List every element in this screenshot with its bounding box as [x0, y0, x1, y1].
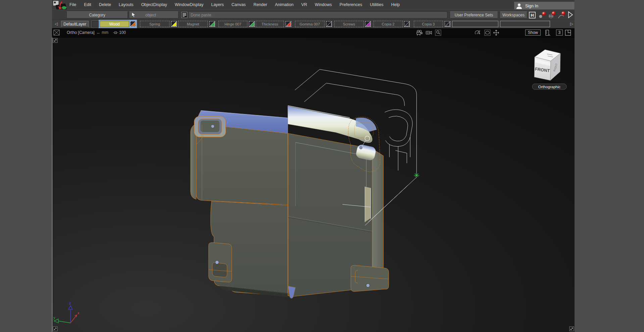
projection-label[interactable]: Orthographic — [532, 84, 566, 90]
layer-swatch-defaultlayer[interactable] — [92, 21, 99, 27]
view-cube[interactable]: FRONT RIGHT — [534, 50, 560, 85]
viewport-3d[interactable]: FRONT RIGHT Orthographic z x y — [52, 37, 575, 332]
layer-tab-gomma-007[interactable]: Gomma 007 — [295, 21, 325, 27]
object-placeholder: object — [145, 13, 156, 17]
svg-text:Orthographic: Orthographic — [538, 85, 561, 89]
layers-scroll-right-icon[interactable]: ▷ — [570, 21, 573, 26]
sign-in-button[interactable]: Sign In — [514, 2, 575, 10]
layer-tab-screws[interactable]: Screws — [334, 21, 364, 27]
orbit-edit-icon[interactable] — [474, 30, 481, 37]
model-shaded — [191, 106, 389, 298]
layer-tab-defaultlayer[interactable]: DefaultLayer — [61, 21, 89, 27]
layer-tab-copia-2[interactable]: Copia 2 — [374, 21, 403, 27]
show-button[interactable]: Show — [525, 30, 541, 36]
layer-tab-copia-3[interactable]: Copia 3 — [414, 21, 443, 27]
status-message-field: Done paste. — [188, 11, 447, 18]
viewport-header: Ortho [Camera] ↔ mm 100 — [52, 28, 575, 37]
toolbar-expand-arrow[interactable] — [567, 11, 574, 20]
layer-swatch-copia-3[interactable] — [445, 21, 450, 27]
empty-layer-slot-2[interactable] — [500, 21, 550, 27]
video-camera-icon[interactable] — [426, 30, 432, 37]
object-search-field[interactable]: object — [129, 11, 179, 18]
ruler-icon[interactable] — [545, 30, 551, 37]
category-button[interactable]: Category — [66, 11, 128, 18]
layer-swatch-copia-2[interactable] — [404, 21, 410, 27]
axis-z-label: z — [69, 301, 71, 305]
wireframe-corner-face — [365, 186, 370, 222]
menu-item-preferences[interactable]: Preferences — [340, 2, 362, 7]
menu-item-animation[interactable]: Animation — [275, 2, 294, 7]
layer-tab-magnet[interactable]: Magnet — [178, 21, 208, 27]
grid-size-value[interactable]: 100 — [119, 30, 126, 35]
user-icon — [516, 3, 523, 9]
user-preference-sets-button[interactable]: User Preference Sets — [450, 11, 498, 18]
axis-gizmo: z x y — [53, 301, 80, 323]
workspaces-button[interactable]: Workspaces — [500, 11, 527, 18]
menu-item-edit[interactable]: Edit — [84, 2, 91, 7]
paste-list-icon[interactable] — [181, 12, 188, 19]
menu-item-vr[interactable]: VR — [301, 2, 307, 7]
viewport-resize-handle-br[interactable] — [569, 327, 574, 331]
grid-size-icon — [113, 30, 118, 37]
pan-icon[interactable] — [493, 30, 499, 37]
axis-x-label: x — [78, 311, 80, 315]
layer-tab-wood[interactable]: Wood — [100, 21, 129, 27]
sign-in-label: Sign In — [525, 4, 538, 8]
menu-item-file[interactable]: File — [69, 2, 76, 7]
ellipse-select-icon[interactable] — [484, 30, 491, 37]
menu-item-objectdisplay[interactable]: ObjectDisplay — [141, 2, 167, 7]
layer-swatch-spring[interactable] — [171, 21, 177, 27]
layer-tab-thickness[interactable]: Thickness — [256, 21, 284, 27]
axis-y-label: y — [53, 316, 55, 320]
layer-swatch-thickness[interactable] — [286, 21, 291, 27]
viewport-resize-handle-bl[interactable] — [53, 327, 57, 331]
menu-item-render[interactable]: Render — [253, 2, 267, 7]
h-mode-button[interactable]: H — [529, 12, 536, 18]
render-camera-icon[interactable] — [416, 30, 423, 37]
viewport-units[interactable]: mm — [102, 30, 108, 35]
menu-item-help[interactable]: Help — [391, 2, 400, 7]
layer-tab-spring[interactable]: Spring — [140, 21, 169, 27]
menu-item-windows[interactable]: Windows — [315, 2, 332, 7]
menu-item-utilities[interactable]: Utilities — [370, 2, 383, 7]
layer-swatch-magnet[interactable] — [209, 21, 215, 27]
layers-scroll-left-icon[interactable]: ◁ — [55, 21, 58, 26]
menu-bar: File Edit Delete Layouts ObjectDisplay W… — [52, 0, 575, 9]
toolbar-row: Category object Done paste. User Prefere… — [52, 9, 575, 19]
menu-item-layouts[interactable]: Layouts — [119, 2, 134, 7]
layer-swatch-screws[interactable] — [365, 21, 371, 27]
layer-swatch-hinge-007[interactable] — [249, 21, 255, 27]
pick-cursor-icon — [131, 12, 137, 18]
layer-swatch-wood[interactable] — [130, 21, 136, 27]
layer-tab-wood-selected[interactable]: Wood — [99, 20, 137, 28]
viewport-title[interactable]: Ortho [Camera] — [67, 30, 95, 35]
snap-marker-green — [414, 173, 419, 178]
layer-tab-hinge-007[interactable]: Hinge 007 — [218, 21, 247, 27]
menu-item-canvas[interactable]: Canvas — [232, 2, 246, 7]
viewport-close-icon[interactable] — [53, 30, 60, 37]
scene-3d: FRONT RIGHT Orthographic z x y — [52, 38, 575, 332]
window-corner-icon[interactable] — [565, 30, 571, 37]
layer-swatch-gomma-007[interactable] — [326, 21, 332, 27]
empty-layer-slot-1[interactable] — [452, 21, 498, 27]
layer-tab-bar: ◁ DefaultLayer Wood Spring Magnet Hinge … — [52, 19, 575, 29]
zoom-region-icon[interactable] — [435, 30, 441, 37]
viewport-resize-glyph: ↔ — [96, 30, 100, 35]
menu-item-layers[interactable]: Layers — [211, 2, 224, 7]
menu-item-delete[interactable]: Delete — [99, 2, 111, 7]
viewport-resize-handle-tl[interactable] — [53, 38, 57, 43]
app-window: File Edit Delete Layouts ObjectDisplay W… — [52, 0, 575, 332]
menu-item-windowdisplay[interactable]: WindowDisplay — [175, 2, 203, 7]
display-count-button[interactable]: 3 — [556, 30, 563, 36]
